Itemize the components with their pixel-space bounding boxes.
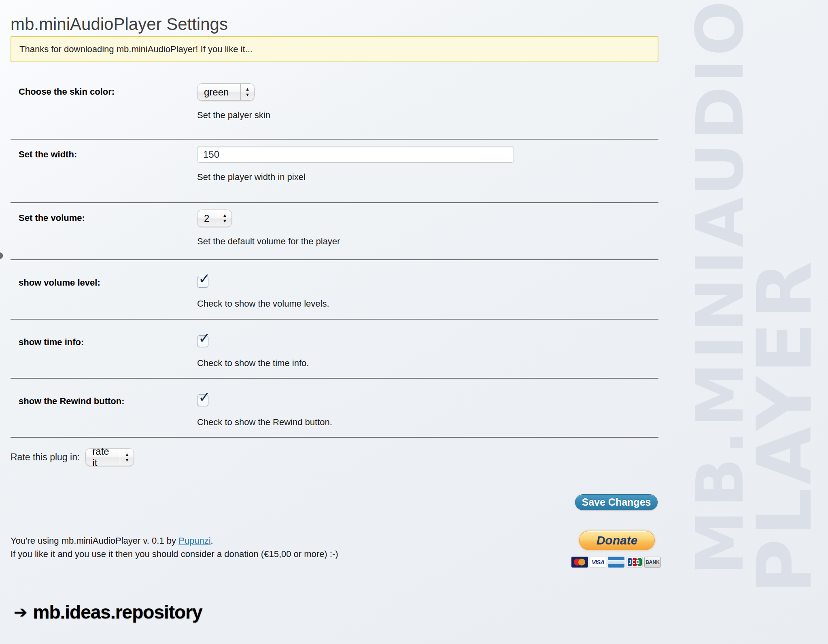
field-label: show volume level: <box>19 260 197 319</box>
rate-label: Rate this plug in: <box>11 452 80 463</box>
field-label: show time info: <box>19 320 197 378</box>
footer-line1: You're using mb.miniAudioPlayer v. 0.1 b… <box>11 534 338 547</box>
skin-color-select[interactable]: green ▲ ▼ <box>197 83 255 101</box>
mastercard-icon <box>571 557 588 568</box>
notice-text: Thanks for downloading mb.miniAudioPlaye… <box>19 44 253 55</box>
select-arrows-icon: ▲ ▼ <box>218 210 231 227</box>
pupunzi-link[interactable]: Pupunzi <box>178 536 211 546</box>
row-show-time-info: show time info: ✓ Check to show the time… <box>11 320 658 379</box>
bank-icon: BANK <box>644 557 661 568</box>
row-width: Set the width: Set the player width in p… <box>11 140 658 203</box>
row-skin-color: Choose the skin color: green ▲ ▼ Set the… <box>11 77 658 140</box>
save-changes-button[interactable]: Save Changes <box>575 494 658 510</box>
field-description: Set the player width in pixel <box>197 172 658 182</box>
arrow-down-icon: ▼ <box>223 219 227 223</box>
field-description: Check to show the time info. <box>197 358 658 369</box>
arrow-up-icon: ▲ <box>223 213 227 218</box>
arrow-icon: ➔ <box>14 604 28 620</box>
jcb-label: JCB <box>628 559 640 565</box>
watermark-text-line2: PLAYER <box>747 258 822 594</box>
footer-line1-period: . <box>211 536 213 546</box>
notice-banner: Thanks for downloading mb.miniAudioPlaye… <box>11 36 658 62</box>
amex-icon <box>608 557 624 568</box>
checkmark-icon: ✓ <box>198 270 210 287</box>
visa-label: VISA <box>592 559 604 566</box>
select-arrows-icon: ▲ ▼ <box>120 449 134 466</box>
rate-plugin-row: Rate this plug in: rate it ▲ ▼ <box>11 448 134 466</box>
arrow-down-icon: ▼ <box>125 458 129 462</box>
arrow-up-icon: ▲ <box>125 452 129 457</box>
logo-text: mb.ideas.repository <box>33 601 202 623</box>
footer-line2: If you like it and you use it then you s… <box>11 547 338 561</box>
left-edge-blob <box>0 252 3 259</box>
field-description: Set the default volume for the player <box>197 236 658 247</box>
footer-credit: You're using mb.miniAudioPlayer v. 0.1 b… <box>11 534 338 561</box>
visa-icon: VISA <box>590 557 606 568</box>
field-label: show the Rewind button: <box>19 379 197 437</box>
jcb-icon: JCB <box>626 557 643 568</box>
volume-select[interactable]: 2 ▲ ▼ <box>197 210 232 227</box>
row-show-volume-level: show volume level: ✓ Check to show the v… <box>11 260 658 320</box>
select-arrows-icon: ▲ ▼ <box>240 84 254 100</box>
donate-button[interactable]: Donate <box>579 531 655 550</box>
width-input[interactable] <box>197 146 514 163</box>
arrow-down-icon: ▼ <box>245 93 250 97</box>
rate-select[interactable]: rate it ▲ ▼ <box>85 448 134 466</box>
checkmark-icon: ✓ <box>198 330 210 347</box>
select-value: rate it <box>86 449 120 466</box>
footer-line1-text: You're using mb.miniAudioPlayer v. 0.1 b… <box>11 536 178 546</box>
field-description: Check to show the Rewind button. <box>197 417 658 428</box>
checkmark-icon: ✓ <box>198 389 210 406</box>
settings-form: Choose the skin color: green ▲ ▼ Set the… <box>11 77 658 438</box>
show-rewind-checkbox[interactable]: ✓ <box>197 394 208 406</box>
select-value: green <box>197 84 240 100</box>
field-description: Set the palyer skin <box>197 110 658 121</box>
show-time-info-checkbox[interactable]: ✓ <box>197 335 208 347</box>
mb-ideas-repository-logo[interactable]: ➔ mb.ideas.repository <box>14 601 202 623</box>
select-value: 2 <box>197 210 218 227</box>
row-volume: Set the volume: 2 ▲ ▼ Set the default vo… <box>11 203 658 260</box>
field-label: Set the volume: <box>19 203 197 259</box>
arrow-up-icon: ▲ <box>245 87 250 91</box>
field-label: Set the width: <box>19 140 197 202</box>
show-volume-level-checkbox[interactable]: ✓ <box>197 276 208 288</box>
payment-card-icons: VISA JCB BANK <box>571 557 661 568</box>
bank-label: BANK <box>645 559 660 565</box>
page-title: mb.miniAudioPlayer Settings <box>11 15 228 34</box>
field-label: Choose the skin color: <box>19 77 197 139</box>
row-show-rewind-button: show the Rewind button: ✓ Check to show … <box>11 379 658 438</box>
field-description: Check to show the volume levels. <box>197 299 658 309</box>
